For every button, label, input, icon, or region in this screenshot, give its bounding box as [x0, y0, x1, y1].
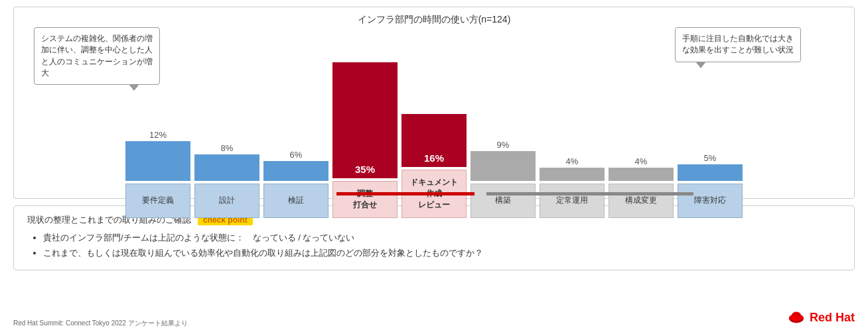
bar-percent-9: 5% [704, 153, 717, 163]
bar-fill-3 [263, 161, 328, 181]
bar-fill-7 [540, 168, 605, 181]
bar-percent-4: 35% [355, 164, 375, 175]
callout-left: システムの複雑化、関係者の増加に伴い、調整を中心とした人と人のコミュニケーション… [34, 27, 160, 85]
bar-label-7: 定常運用 [540, 184, 605, 218]
bar-group-8: 4% 構成変更 [609, 156, 674, 218]
bar-label-8: 構成変更 [609, 184, 674, 218]
chart-section: インフラ部門の時間の使い方(n=124) システムの複雑化、関係者の増加に伴い、… [13, 7, 855, 199]
bar-percent-8: 4% [635, 156, 648, 166]
bottom-bullet-2: これまで、もしくは現在取り組んでいる効率化や自動化の取り組みは上記図のどの部分を… [43, 247, 841, 260]
bar-group-4: 35% 調整打合せ [332, 62, 398, 218]
redhat-logo: Red Hat [787, 308, 855, 327]
bar-label-4: 調整打合せ [332, 181, 398, 218]
bar-percent-7: 4% [566, 156, 579, 166]
bar-percent-6: 9% [497, 140, 510, 150]
bar-group-2: 8% 設計 [194, 143, 259, 218]
bar-fill-8 [609, 168, 674, 181]
bottom-bullet-1: 貴社のインフラ部門/チームは上記のような状態に： なっている / なっていない [43, 231, 841, 245]
bar-group-7: 4% 定常運用 [540, 156, 605, 218]
bar-group-5: 16% ドキュメント作成レビュー [401, 114, 467, 217]
bar-fill-1 [125, 141, 190, 181]
bar-group-6: 9% 構築 [470, 140, 536, 218]
callout-right: 手順に注目した自動化では大きな効果を出すことが難しい状況 [675, 27, 801, 62]
bar-label-5: ドキュメント作成レビュー [401, 170, 467, 217]
redhat-logo-text: Red Hat [810, 311, 855, 325]
bar-label-2: 設計 [194, 184, 259, 218]
bar-percent-1: 12% [149, 130, 167, 140]
bar-fill-4: 35% [332, 62, 398, 178]
bar-label-1: 要件定義 [125, 184, 190, 218]
footer-source: Red Hat Summit: Connect Tokyo 2022 アンケート… [13, 319, 188, 328]
bars-wrapper: 12% 要件定義 8% 設計 6% 検証 35% 調整打合せ [27, 62, 841, 218]
bar-label-9: 障害対応 [678, 184, 743, 218]
bar-group-3: 6% 検証 [263, 150, 328, 218]
bar-group-9: 5% 障害対応 [678, 153, 743, 218]
redhat-logo-icon [787, 308, 806, 327]
bar-percent-3: 6% [290, 150, 303, 160]
bar-group-1: 12% 要件定義 [125, 130, 190, 218]
bar-percent-2: 8% [221, 143, 234, 153]
bar-fill-5: 16% [401, 114, 467, 167]
bar-fill-2 [194, 154, 259, 181]
bar-label-6: 構築 [470, 184, 536, 218]
bar-percent-5: 16% [424, 152, 444, 164]
main-container: インフラ部門の時間の使い方(n=124) システムの複雑化、関係者の増加に伴い、… [0, 0, 868, 332]
bottom-list: 貴社のインフラ部門/チームは上記のような状態に： なっている / なっていない … [27, 231, 841, 260]
bar-fill-6 [470, 151, 536, 181]
bar-fill-9 [678, 164, 743, 181]
bar-label-3: 検証 [263, 184, 328, 218]
chart-title: インフラ部門の時間の使い方(n=124) [27, 14, 841, 26]
